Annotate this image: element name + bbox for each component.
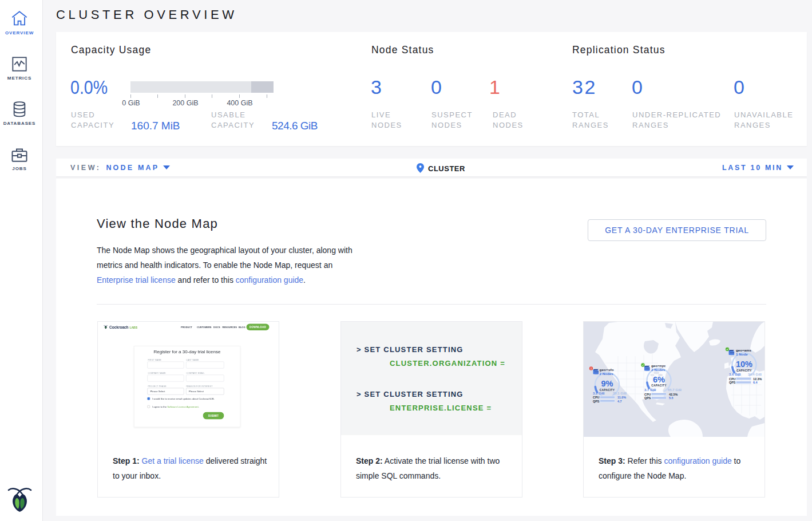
svg-text:4.7: 4.7 <box>617 400 622 403</box>
svg-text:CAPACITY: CAPACITY <box>651 384 667 387</box>
svg-text:1 Node: 1 Node <box>736 352 748 356</box>
svg-text:geo=ams: geo=ams <box>736 348 752 352</box>
svg-text:3.6 GiB: 3.6 GiB <box>729 373 741 376</box>
svg-text:QPS: QPS <box>593 400 600 403</box>
svg-text:12.3%: 12.3% <box>753 377 762 381</box>
svg-text:3.2 GiB: 3.2 GiB <box>593 392 605 395</box>
svg-text:CPU: CPU <box>644 393 651 396</box>
svg-text:6%: 6% <box>653 375 665 384</box>
svg-text:2 Nodes: 2 Nodes <box>651 368 666 372</box>
svg-text:6.4: 6.4 <box>753 381 758 384</box>
svg-text:10%: 10% <box>736 360 752 369</box>
svg-text:2 Nodes: 2 Nodes <box>600 372 614 376</box>
svg-text:65.7 GiB: 65.7 GiB <box>668 388 682 392</box>
svg-text:9%: 9% <box>601 379 613 388</box>
svg-text:5.5: 5.5 <box>669 396 674 400</box>
svg-text:QPS: QPS <box>729 381 736 384</box>
svg-text:geo=sfo: geo=sfo <box>600 368 614 372</box>
svg-text:35.1 GiB: 35.1 GiB <box>613 392 627 395</box>
svg-text:CPU: CPU <box>593 396 599 399</box>
svg-text:geo=nyc: geo=nyc <box>651 364 666 368</box>
svg-text:3.7 GiB: 3.7 GiB <box>644 388 656 392</box>
svg-text:42.5%: 42.5% <box>669 393 678 396</box>
svg-text:34.4 GiB: 34.4 GiB <box>748 373 762 376</box>
svg-text:11.0%: 11.0% <box>617 396 626 399</box>
svg-text:QPS: QPS <box>644 396 651 400</box>
svg-text:CPU: CPU <box>729 377 735 381</box>
svg-text:CAPACITY: CAPACITY <box>736 369 752 372</box>
